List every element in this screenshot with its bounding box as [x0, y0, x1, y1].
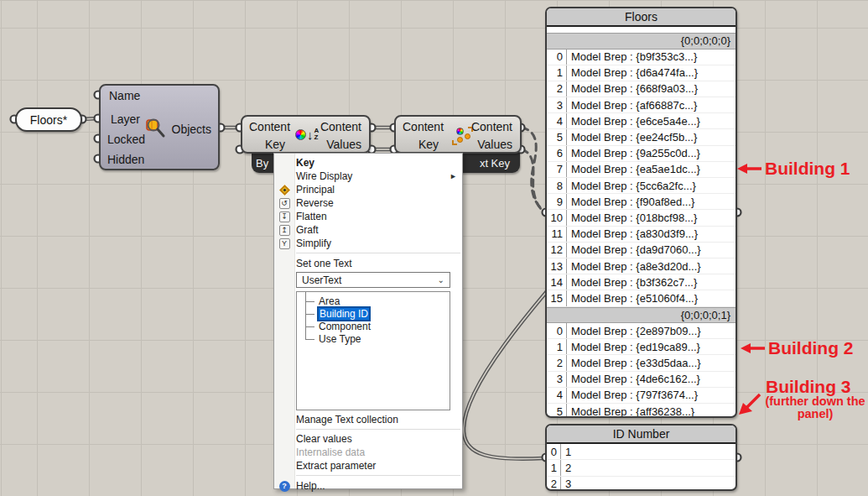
menu-item-flatten[interactable]: ↧Flatten: [274, 210, 462, 223]
panel-row: 23: [547, 477, 735, 491]
panel-row: 0Model Brep : {2e897b09...}: [547, 323, 735, 339]
building1-annotation: Building 1: [765, 159, 850, 179]
floors-param-label: Floors*: [30, 113, 67, 127]
pick-key-in-label: Key: [418, 138, 439, 151]
sort-content-in-label: Content: [249, 120, 290, 133]
key-context-menu: KeyWire Display►Principal↺Reverse↧Flatte…: [273, 153, 463, 489]
id-panel-title: ID Number: [547, 426, 735, 444]
panel-row: 01: [547, 444, 735, 460]
menu-item-extract-parameter[interactable]: Extract parameter: [274, 459, 462, 473]
panel-row: 8Model Brep : {5cc6a2fc...}: [547, 178, 735, 194]
menu-item-help[interactable]: ? Help...: [274, 478, 462, 493]
menu-separator: [296, 253, 460, 253]
grasshopper-canvas[interactable]: Floors* Name Layer Locked Hidden Objects…: [0, 0, 868, 496]
menu-separator: [296, 429, 460, 430]
floors-panel-title: Floors: [547, 8, 735, 27]
building3-note: (further down the panel): [760, 395, 868, 420]
panel-row: 4Model Brep : {e6ce5a4e...}: [547, 113, 735, 129]
panel-row: 0Model Brep : {b9f353c3...}: [547, 50, 735, 65]
panel-row: 2Model Brep : {668f9a03...}: [547, 81, 735, 97]
sort-tag-label: By: [256, 157, 268, 170]
menu-set-one-text-label: Set one Text: [274, 257, 462, 270]
panel-row: 12Model Brep : {da9d7060...}: [547, 243, 735, 258]
building2-annotation: Building 2: [768, 338, 854, 358]
sort-key-in-label: Key: [265, 138, 285, 151]
reverse-icon: ↺: [278, 197, 290, 209]
menu-item-graft[interactable]: ↥Graft: [274, 223, 462, 237]
chevron-down-icon: ⌄: [438, 275, 444, 285]
tree-item-area[interactable]: Area: [297, 295, 450, 308]
pick-content-in-label: Content: [403, 120, 444, 133]
panel-row: 1Model Brep : {ed19ca89...}: [547, 339, 735, 355]
menu-item-principal[interactable]: Principal: [274, 183, 462, 196]
tree-item-use-type[interactable]: Use Type: [297, 333, 450, 346]
flatten-icon: ↧: [278, 211, 290, 222]
model-object-magnifier-icon: [144, 117, 168, 141]
pick-content-out-label: Content: [471, 120, 512, 133]
panel-row: 12: [547, 460, 735, 476]
menu-item-internalise-data: Internalise data: [274, 446, 462, 459]
panel-row: 10Model Brep : {018bcf98...}: [547, 210, 735, 226]
panel-row: 7Model Brep : {ea5ae1dc...}: [547, 162, 735, 178]
tree-item-building-id[interactable]: Building ID: [297, 308, 450, 321]
pick-values-out-label: Values: [477, 138, 512, 151]
menu-separator: [296, 475, 460, 476]
panel-row: 6Model Brep : {9a255c0d...}: [547, 146, 735, 162]
input-hidden-label: Hidden: [107, 153, 144, 166]
id-number-panel[interactable]: ID Number 011223: [545, 424, 737, 491]
panel-row: 9Model Brep : {f90af8ed...}: [547, 194, 735, 210]
menu-item-wire-display[interactable]: Wire Display►: [274, 170, 462, 183]
output-objects-label: Objects: [172, 123, 211, 136]
sort-content-out-label: Content: [320, 120, 361, 133]
data-path-header: {0;0;0;0;1}: [547, 307, 735, 324]
pick-content-component[interactable]: Content Key Content Values: [394, 115, 522, 154]
model-object-component[interactable]: Name Layer Locked Hidden Objects: [99, 84, 220, 170]
tree-item-component[interactable]: Component: [297, 321, 450, 333]
panel-row: 1Model Brep : {d6a474fa...}: [547, 65, 735, 81]
input-layer-label: Layer: [111, 112, 140, 126]
panel-row: 2Model Brep : {e33d5daa...}: [547, 355, 735, 371]
panel-row: 3Model Brep : {af66887c...}: [547, 97, 735, 113]
panel-row: 4Model Brep : {797f3674...}: [547, 388, 735, 404]
help-icon: ?: [278, 480, 290, 492]
panel-row: 11Model Brep : {a830d3f9...}: [547, 227, 735, 243]
principal-icon: [278, 184, 290, 196]
input-locked-label: Locked: [107, 133, 145, 146]
menu-item-simplify[interactable]: YSimplify: [274, 237, 462, 250]
pick-content-icon: [455, 127, 473, 144]
pick-tag-label: xt Key: [480, 157, 510, 170]
wire-dashed-values-to-panel[interactable]: [522, 149, 545, 212]
panel-row: 5Model Brep : {aff36238...}: [547, 404, 735, 418]
menu-item-reverse[interactable]: ↺Reverse: [274, 196, 462, 210]
menu-item-key[interactable]: Key: [274, 156, 462, 170]
panel-row: 5Model Brep : {ee24cf5b...}: [547, 129, 735, 145]
panel-row: 3Model Brep : {4de6c162...}: [547, 372, 735, 388]
menu-item-manage-text-collection[interactable]: Manage Text collection: [274, 413, 462, 426]
usertext-dropdown-value: UserText: [302, 274, 341, 286]
input-name-label: Name: [109, 89, 140, 102]
panel-row: 15Model Brep : {e51060f4...}: [547, 290, 735, 306]
submenu-arrow-icon: ►: [450, 172, 457, 180]
usertext-key-listbox[interactable]: AreaBuilding IDComponentUse Type: [296, 291, 450, 410]
floors-param[interactable]: Floors*: [15, 107, 82, 132]
menu-item-clear-values[interactable]: Clear values: [274, 432, 462, 446]
panel-row: 13Model Brep : {a8e3d20d...}: [547, 258, 735, 274]
simplify-icon: Y: [278, 238, 290, 249]
sort-content-az-icon: ↓AZ: [295, 128, 319, 141]
data-path-header: {0;0;0;0;0}: [547, 33, 735, 50]
graft-icon: ↥: [278, 224, 290, 236]
panel-row: 14Model Brep : {b3f362c7...}: [547, 274, 735, 290]
sort-content-component[interactable]: Content Key ↓AZ Content Values: [241, 115, 371, 154]
floors-panel[interactable]: Floors {0;0;0;0;0}0Model Brep : {b9f353c…: [545, 7, 737, 418]
usertext-dropdown[interactable]: UserText ⌄: [296, 272, 450, 288]
sort-values-out-label: Values: [326, 138, 361, 151]
